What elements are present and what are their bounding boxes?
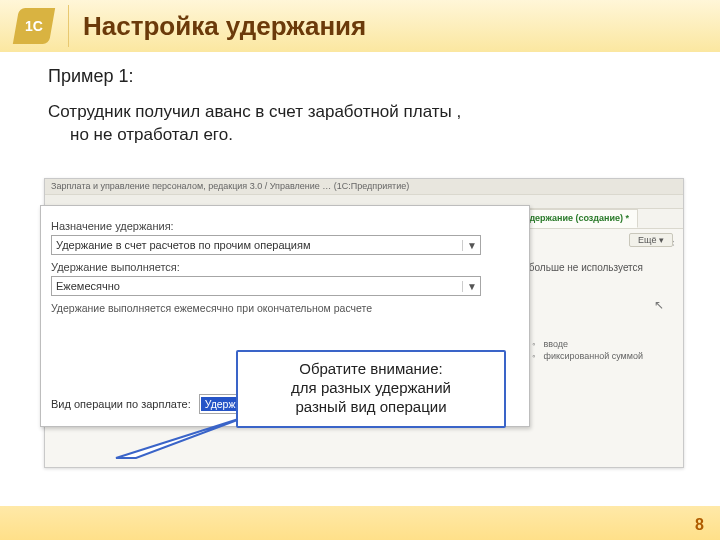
slide-footer-band bbox=[0, 506, 720, 540]
radio-fixed[interactable]: ◦ фиксированной суммой bbox=[532, 351, 643, 361]
page-number: 8 bbox=[695, 516, 704, 534]
callout-note: Обратите внимание: для разных удержаний … bbox=[236, 350, 506, 428]
select-purpose-value: Удержание в счет расчетов по прочим опер… bbox=[56, 239, 311, 251]
radio-vvod[interactable]: ◦ вводе bbox=[532, 339, 643, 349]
tab-deduction-create[interactable]: Удержание (создание) * bbox=[515, 209, 638, 228]
select-purpose[interactable]: Удержание в счет расчетов по прочим опер… bbox=[51, 235, 481, 255]
panel-note: Удержание выполняется ежемесячно при око… bbox=[51, 302, 519, 314]
label-how: Удержание выполняется: bbox=[51, 261, 519, 273]
example-text: Сотрудник получил аванс в счет заработно… bbox=[48, 101, 684, 147]
slide-title: Настройка удержания bbox=[83, 11, 366, 42]
select-how[interactable]: Ежемесячно ▼ bbox=[51, 276, 481, 296]
app-titlebar: Зарплата и управление персоналом, редакц… bbox=[45, 179, 683, 195]
label-operation-type: Вид операции по зарплате: bbox=[51, 398, 191, 410]
more-button[interactable]: Ещё ▾ bbox=[629, 233, 673, 247]
slide-header: 1C Настройка удержания bbox=[0, 0, 720, 52]
title-divider bbox=[68, 5, 69, 47]
example-label: Пример 1: bbox=[48, 66, 684, 87]
cursor-icon: ↖ bbox=[654, 298, 664, 312]
chevron-down-icon: ▼ bbox=[462, 240, 476, 251]
label-purpose: Назначение удержания: bbox=[51, 220, 519, 232]
select-how-value: Ежемесячно bbox=[56, 280, 120, 292]
chevron-down-icon: ▼ bbox=[462, 281, 476, 292]
logo-1c: 1C bbox=[14, 6, 54, 46]
